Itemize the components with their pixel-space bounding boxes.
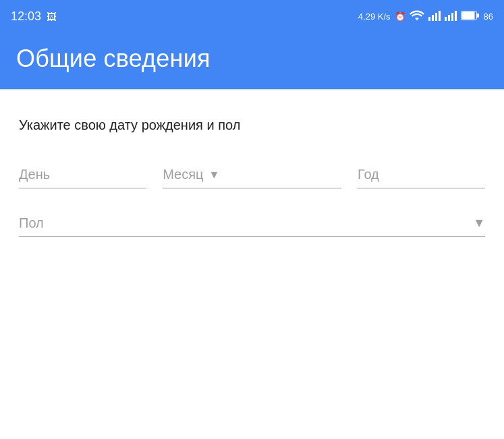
svg-rect-7 [455, 11, 457, 21]
gender-label: Пол [19, 215, 44, 231]
gender-dropdown-arrow: ▼ [473, 216, 485, 230]
main-content: Укажите свою дату рождения и пол День Ме… [0, 91, 504, 256]
header: Общие сведения [0, 32, 504, 89]
battery-icon [461, 11, 480, 22]
gender-underline [19, 236, 485, 237]
page-title: Общие сведения [16, 45, 488, 73]
network-speed: 4,29 K/s [358, 11, 391, 22]
month-label-row: Месяц ▼ [163, 167, 341, 188]
svg-rect-1 [432, 15, 434, 21]
status-bar: 12:03 🖼 4,29 K/s ⏰ [0, 0, 504, 32]
gender-label-row: Пол ▼ [19, 215, 485, 236]
svg-rect-5 [448, 15, 450, 21]
svg-rect-3 [439, 11, 441, 21]
cellular-icon [428, 10, 441, 23]
date-row: День Месяц ▼ Год [19, 167, 485, 188]
gender-row[interactable]: Пол ▼ [19, 215, 485, 237]
status-bar-left: 12:03 🖼 [11, 9, 57, 24]
gallery-icon: 🖼 [47, 11, 57, 22]
day-label: День [19, 167, 146, 188]
wifi-icon [410, 10, 424, 23]
month-dropdown-arrow: ▼ [208, 169, 219, 181]
month-field[interactable]: Месяц ▼ [163, 167, 341, 188]
year-label: Год [358, 167, 485, 188]
month-label: Месяц [163, 167, 203, 182]
status-time: 12:03 [11, 9, 41, 24]
day-field[interactable]: День [19, 167, 146, 188]
cellular2-icon [445, 10, 457, 23]
battery-percent: 86 [484, 11, 493, 22]
svg-rect-6 [451, 13, 453, 21]
month-underline [163, 188, 341, 188]
status-bar-right: 4,29 K/s ⏰ [358, 10, 493, 23]
day-underline [19, 188, 146, 188]
svg-rect-2 [435, 13, 437, 21]
svg-rect-4 [445, 17, 447, 21]
year-underline [358, 188, 485, 188]
alarm-icon: ⏰ [395, 11, 405, 22]
svg-rect-9 [461, 11, 474, 19]
svg-rect-0 [428, 17, 430, 21]
subtitle: Укажите свою дату рождения и пол [19, 115, 485, 134]
gender-field[interactable]: Пол ▼ [19, 215, 485, 237]
year-field[interactable]: Год [358, 167, 485, 188]
svg-rect-10 [477, 14, 479, 18]
